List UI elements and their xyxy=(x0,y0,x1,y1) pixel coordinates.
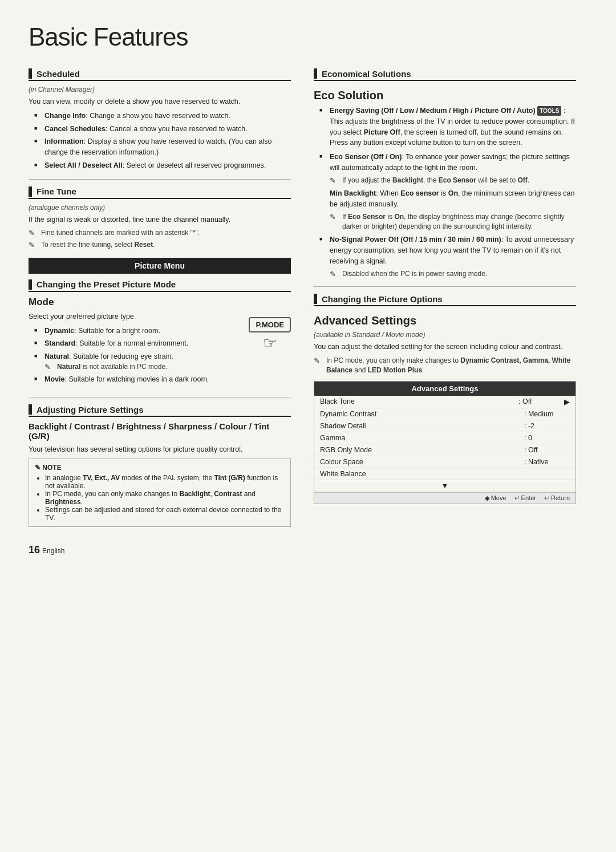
changing-preset-bar xyxy=(29,279,32,290)
eco-note1: If you adjust the Backlight, the Eco Sen… xyxy=(330,176,576,185)
fine-tune-note1: Fine tuned channels are marked with an a… xyxy=(29,228,291,238)
row-value: : Medium xyxy=(524,410,570,418)
table-row: RGB Only Mode : Off xyxy=(314,444,576,456)
table-row: Colour Space : Native xyxy=(314,456,576,468)
adjusting-section: Adjusting Picture Settings Backlight / C… xyxy=(29,404,291,527)
list-item: Select All / Deselect All: Select or des… xyxy=(34,160,291,171)
list-item: Movie: Suitable for watching movies in a… xyxy=(34,374,243,385)
fine-tune-header: Fine Tune xyxy=(29,186,291,199)
row-arrow: ▶ xyxy=(564,397,570,406)
note-label: ✎ NOTE xyxy=(35,464,285,472)
advanced-settings-table: Advanced Settings Black Tone : Off ▶ Dyn… xyxy=(314,381,576,504)
list-item: Information: Display a show you have res… xyxy=(34,136,291,158)
adv-table-header: Advanced Settings xyxy=(314,382,576,396)
left-column: Scheduled (in Channel Manager) You can v… xyxy=(29,68,291,556)
economical-section: Economical Solutions xyxy=(314,68,576,81)
scheduled-section: Scheduled (in Channel Manager) You can v… xyxy=(29,68,291,171)
eco-note3: Disabled when the PC is in power saving … xyxy=(330,269,576,279)
row-label: Colour Space xyxy=(320,458,524,466)
advanced-settings-section: Advanced Settings (available in Standard… xyxy=(314,314,576,504)
mode-bullets: Dynamic: Suitable for a bright room. Sta… xyxy=(34,326,243,385)
advanced-pc-note: In PC mode, you can only make changes to… xyxy=(314,356,576,375)
advanced-settings-title: Advanced Settings xyxy=(314,314,576,327)
divider xyxy=(29,179,291,180)
changing-options-section: Changing the Picture Options xyxy=(314,294,576,306)
row-label: Black Tone xyxy=(320,397,518,406)
backlight-heading: Backlight / Contrast / Brightness / Shar… xyxy=(29,421,291,441)
right-column: Economical Solutions Eco Solution Energy… xyxy=(314,68,576,556)
fine-tune-sub: (analogue channels only) xyxy=(29,204,291,212)
row-label: Dynamic Contrast xyxy=(320,410,524,418)
row-value: : -2 xyxy=(524,422,570,430)
list-item: Standard: Suitable for a normal environm… xyxy=(34,338,243,349)
scheduled-intro: You can view, modify or delete a show yo… xyxy=(29,96,291,107)
table-row: Shadow Detail : -2 xyxy=(314,420,576,432)
row-label: Shadow Detail xyxy=(320,422,524,430)
page-number: 16English xyxy=(29,544,291,556)
list-item: In analogue TV, Ext., AV modes of the PA… xyxy=(45,474,285,490)
table-row-scroll: ▼ xyxy=(314,480,576,492)
eco-bullets: Energy Saving (Off / Low / Medium / High… xyxy=(319,106,576,278)
changing-preset-title: Changing the Preset Picture Mode xyxy=(37,279,176,289)
fine-tune-note2: To reset the fine-tuning, select Reset. xyxy=(29,240,291,250)
changing-options-header: Changing the Picture Options xyxy=(314,294,576,306)
mode-subsection-title: Mode xyxy=(29,297,291,308)
fine-tune-bar xyxy=(29,186,32,197)
footer-return: ↩ Return xyxy=(544,494,570,502)
pmode-button: P.MODE xyxy=(249,317,291,332)
economical-header: Economical Solutions xyxy=(314,68,576,81)
changing-preset-section: Changing the Preset Picture Mode Mode Se… xyxy=(29,279,291,390)
pmode-widget: P.MODE ☞ xyxy=(249,317,291,352)
divider3 xyxy=(314,286,576,287)
eco-solution-title: Eco Solution xyxy=(314,89,576,102)
list-item: In PC mode, you can only make changes to… xyxy=(45,490,285,506)
list-item: No-Signal Power Off (Off / 15 min / 30 m… xyxy=(319,234,576,278)
advanced-avail-note: (available in Standard / Movie mode) xyxy=(314,331,576,339)
row-value: : 0 xyxy=(524,434,570,442)
mode-section: Select your preferred picture type. Dyna… xyxy=(29,311,291,390)
fine-tune-intro: If the signal is weak or distorted, fine… xyxy=(29,214,291,225)
footer-enter: ↵ Enter xyxy=(514,494,536,502)
table-row: Dynamic Contrast : Medium xyxy=(314,408,576,420)
backlight-intro: Your television has several setting opti… xyxy=(29,444,291,455)
mode-text: Select your preferred picture type. Dyna… xyxy=(29,311,243,390)
list-item: Settings can be adjusted and stored for … xyxy=(45,506,285,522)
note-box: ✎ NOTE In analogue TV, Ext., AV modes of… xyxy=(29,459,291,527)
changing-options-bar xyxy=(314,294,317,304)
scheduled-bar xyxy=(29,68,32,79)
tools-badge: TOOLS xyxy=(537,106,561,116)
advanced-intro: You can adjust the detailed setting for … xyxy=(314,342,576,352)
adjusting-title: Adjusting Picture Settings xyxy=(37,405,144,415)
row-value: : Native xyxy=(524,458,570,466)
list-item: Energy Saving (Off / Low / Medium / High… xyxy=(319,106,576,148)
page-title: Basic Features xyxy=(29,23,587,51)
list-item: Cancel Schedules: Cancel a show you have… xyxy=(34,124,291,135)
adjusting-bar xyxy=(29,404,32,415)
list-item: Eco Sensor (Off / On): To enhance your p… xyxy=(319,152,576,231)
row-value: : Off xyxy=(518,397,564,406)
row-label: RGB Only Mode xyxy=(320,446,524,454)
row-value xyxy=(524,470,570,478)
scheduled-in-note: (in Channel Manager) xyxy=(29,86,291,94)
list-item: Natural: Suitable for reducing eye strai… xyxy=(34,351,243,372)
scheduled-title: Scheduled xyxy=(37,69,80,79)
table-row: White Balance xyxy=(314,468,576,480)
natural-note: Natural is not available in PC mode. xyxy=(44,362,243,372)
mode-select-text: Select your preferred picture type. xyxy=(29,311,243,322)
list-item: Change Info: Change a show you have rese… xyxy=(34,111,291,121)
fine-tune-title: Fine Tune xyxy=(37,186,76,196)
economical-title: Economical Solutions xyxy=(322,69,411,79)
eco-solution-section: Eco Solution Energy Saving (Off / Low / … xyxy=(314,89,576,278)
scheduled-header: Scheduled xyxy=(29,68,291,81)
adjusting-header: Adjusting Picture Settings xyxy=(29,404,291,417)
list-item: Dynamic: Suitable for a bright room. xyxy=(34,326,243,336)
row-label: Gamma xyxy=(320,434,524,442)
eco-note2: If Eco Sensor is On, the display brightn… xyxy=(330,212,576,232)
fine-tune-section: Fine Tune (analogue channels only) If th… xyxy=(29,186,291,250)
row-label: White Balance xyxy=(320,470,524,478)
footer-move: ◆ Move xyxy=(485,494,506,502)
divider2 xyxy=(29,397,291,397)
min-backlight-text: Min Backlight: When Eco sensor is On, th… xyxy=(330,188,576,210)
scroll-arrow: ▼ xyxy=(441,482,448,490)
row-value: : Off xyxy=(524,446,570,454)
